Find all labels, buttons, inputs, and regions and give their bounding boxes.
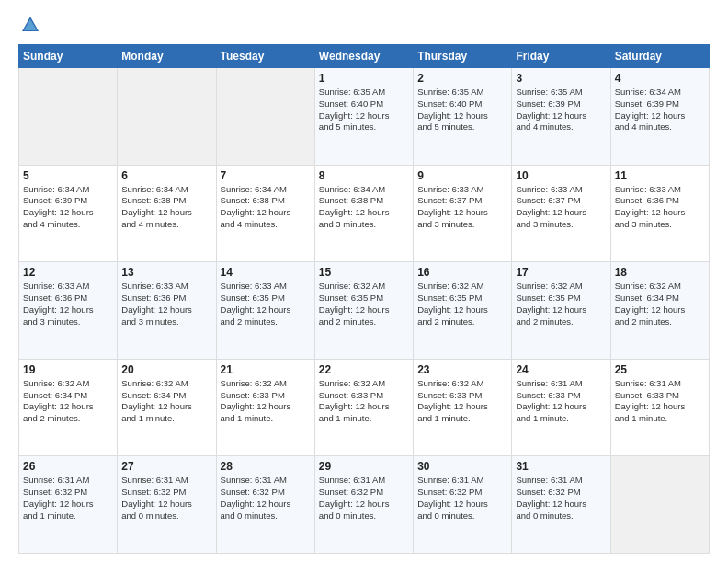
day-number: 17 [516,266,606,279]
day-number: 23 [417,363,507,376]
calendar-cell: 10Sunrise: 6:33 AM Sunset: 6:37 PM Dayli… [512,165,610,262]
day-info: Sunrise: 6:31 AM Sunset: 6:32 PM Dayligh… [23,475,113,522]
day-number: 16 [417,266,507,279]
week-row-3: 12Sunrise: 6:33 AM Sunset: 6:36 PM Dayli… [19,262,710,360]
calendar-cell: 19Sunrise: 6:32 AM Sunset: 6:34 PM Dayli… [19,359,118,456]
calendar-cell: 6Sunrise: 6:34 AM Sunset: 6:38 PM Daylig… [118,165,216,262]
day-info: Sunrise: 6:31 AM Sunset: 6:32 PM Dayligh… [516,475,606,522]
day-number: 1 [319,72,409,85]
day-number: 15 [319,266,409,279]
calendar-cell: 1Sunrise: 6:35 AM Sunset: 6:40 PM Daylig… [314,68,413,166]
day-number: 5 [23,169,113,182]
page: SundayMondayTuesdayWednesdayThursdayFrid… [0,0,728,563]
day-info: Sunrise: 6:32 AM Sunset: 6:34 PM Dayligh… [121,378,211,425]
week-row-2: 5Sunrise: 6:34 AM Sunset: 6:39 PM Daylig… [19,165,710,262]
day-info: Sunrise: 6:33 AM Sunset: 6:35 PM Dayligh… [221,281,311,327]
day-number: 19 [23,363,113,376]
day-number: 8 [319,169,409,182]
day-info: Sunrise: 6:31 AM Sunset: 6:33 PM Dayligh… [516,378,606,425]
day-number: 18 [615,266,705,279]
day-info: Sunrise: 6:31 AM Sunset: 6:32 PM Dayligh… [121,475,211,522]
day-info: Sunrise: 6:34 AM Sunset: 6:39 PM Dayligh… [615,86,705,133]
calendar-cell: 11Sunrise: 6:33 AM Sunset: 6:36 PM Dayli… [610,165,709,262]
day-info: Sunrise: 6:35 AM Sunset: 6:39 PM Dayligh… [516,86,606,133]
calendar-cell: 22Sunrise: 6:32 AM Sunset: 6:33 PM Dayli… [314,359,413,456]
calendar-cell [19,68,118,166]
day-info: Sunrise: 6:32 AM Sunset: 6:35 PM Dayligh… [516,281,606,327]
weekday-header-row: SundayMondayTuesdayWednesdayThursdayFrid… [19,45,710,68]
calendar-cell: 30Sunrise: 6:31 AM Sunset: 6:32 PM Dayli… [414,456,512,554]
day-info: Sunrise: 6:33 AM Sunset: 6:36 PM Dayligh… [23,281,113,327]
day-info: Sunrise: 6:31 AM Sunset: 6:32 PM Dayligh… [417,475,507,522]
weekday-wednesday: Wednesday [314,45,413,68]
calendar-cell: 4Sunrise: 6:34 AM Sunset: 6:39 PM Daylig… [610,68,709,166]
day-info: Sunrise: 6:33 AM Sunset: 6:37 PM Dayligh… [417,184,507,231]
calendar-cell: 17Sunrise: 6:32 AM Sunset: 6:35 PM Dayli… [512,262,610,360]
calendar-table: SundayMondayTuesdayWednesdayThursdayFrid… [18,44,710,554]
day-number: 3 [516,72,606,85]
day-number: 21 [221,363,311,376]
day-info: Sunrise: 6:34 AM Sunset: 6:39 PM Dayligh… [23,184,113,231]
calendar-cell: 21Sunrise: 6:32 AM Sunset: 6:33 PM Dayli… [216,359,314,456]
calendar-cell: 28Sunrise: 6:31 AM Sunset: 6:32 PM Dayli… [216,456,314,554]
calendar-cell: 25Sunrise: 6:31 AM Sunset: 6:33 PM Dayli… [610,359,709,456]
day-info: Sunrise: 6:32 AM Sunset: 6:33 PM Dayligh… [417,378,507,425]
calendar-cell [610,456,709,554]
weekday-saturday: Saturday [610,45,709,68]
day-number: 2 [417,72,507,85]
weekday-sunday: Sunday [19,45,118,68]
day-number: 27 [121,460,211,473]
calendar-cell: 24Sunrise: 6:31 AM Sunset: 6:33 PM Dayli… [512,359,610,456]
day-info: Sunrise: 6:32 AM Sunset: 6:33 PM Dayligh… [221,378,311,425]
day-number: 7 [221,169,311,182]
calendar-cell: 15Sunrise: 6:32 AM Sunset: 6:35 PM Dayli… [314,262,413,360]
calendar-cell: 12Sunrise: 6:33 AM Sunset: 6:36 PM Dayli… [19,262,118,360]
day-info: Sunrise: 6:33 AM Sunset: 6:37 PM Dayligh… [516,184,606,231]
day-number: 6 [121,169,211,182]
week-row-1: 1Sunrise: 6:35 AM Sunset: 6:40 PM Daylig… [19,68,710,166]
day-number: 30 [417,460,507,473]
calendar-cell: 3Sunrise: 6:35 AM Sunset: 6:39 PM Daylig… [512,68,610,166]
calendar-cell: 20Sunrise: 6:32 AM Sunset: 6:34 PM Dayli… [118,359,216,456]
day-info: Sunrise: 6:35 AM Sunset: 6:40 PM Dayligh… [417,86,507,133]
calendar-cell: 8Sunrise: 6:34 AM Sunset: 6:38 PM Daylig… [314,165,413,262]
calendar-cell: 16Sunrise: 6:32 AM Sunset: 6:35 PM Dayli… [414,262,512,360]
logo [18,15,40,35]
calendar-cell [118,68,216,166]
day-number: 9 [417,169,507,182]
day-info: Sunrise: 6:33 AM Sunset: 6:36 PM Dayligh… [615,184,705,231]
calendar-cell: 14Sunrise: 6:33 AM Sunset: 6:35 PM Dayli… [216,262,314,360]
day-info: Sunrise: 6:32 AM Sunset: 6:34 PM Dayligh… [615,281,705,327]
day-number: 31 [516,460,606,473]
calendar-cell: 31Sunrise: 6:31 AM Sunset: 6:32 PM Dayli… [512,456,610,554]
day-number: 26 [23,460,113,473]
day-number: 24 [516,363,606,376]
day-number: 12 [23,266,113,279]
week-row-5: 26Sunrise: 6:31 AM Sunset: 6:32 PM Dayli… [19,456,710,554]
day-info: Sunrise: 6:32 AM Sunset: 6:33 PM Dayligh… [319,378,409,425]
calendar-cell: 7Sunrise: 6:34 AM Sunset: 6:38 PM Daylig… [216,165,314,262]
calendar-cell: 13Sunrise: 6:33 AM Sunset: 6:36 PM Dayli… [118,262,216,360]
weekday-monday: Monday [118,45,216,68]
day-info: Sunrise: 6:32 AM Sunset: 6:35 PM Dayligh… [319,281,409,327]
calendar-cell [216,68,314,166]
day-info: Sunrise: 6:31 AM Sunset: 6:32 PM Dayligh… [319,475,409,522]
calendar-cell: 29Sunrise: 6:31 AM Sunset: 6:32 PM Dayli… [314,456,413,554]
day-number: 25 [615,363,705,376]
calendar-cell: 18Sunrise: 6:32 AM Sunset: 6:34 PM Dayli… [610,262,709,360]
day-info: Sunrise: 6:34 AM Sunset: 6:38 PM Dayligh… [221,184,311,231]
calendar-cell: 26Sunrise: 6:31 AM Sunset: 6:32 PM Dayli… [19,456,118,554]
day-info: Sunrise: 6:31 AM Sunset: 6:33 PM Dayligh… [615,378,705,425]
calendar-cell: 5Sunrise: 6:34 AM Sunset: 6:39 PM Daylig… [19,165,118,262]
logo-icon [20,15,40,35]
weekday-friday: Friday [512,45,610,68]
day-info: Sunrise: 6:32 AM Sunset: 6:34 PM Dayligh… [23,378,113,425]
calendar-cell: 23Sunrise: 6:32 AM Sunset: 6:33 PM Dayli… [414,359,512,456]
day-number: 28 [221,460,311,473]
day-info: Sunrise: 6:33 AM Sunset: 6:36 PM Dayligh… [121,281,211,327]
day-number: 10 [516,169,606,182]
week-row-4: 19Sunrise: 6:32 AM Sunset: 6:34 PM Dayli… [19,359,710,456]
day-info: Sunrise: 6:31 AM Sunset: 6:32 PM Dayligh… [221,475,311,522]
day-info: Sunrise: 6:35 AM Sunset: 6:40 PM Dayligh… [319,86,409,133]
day-number: 4 [615,72,705,85]
